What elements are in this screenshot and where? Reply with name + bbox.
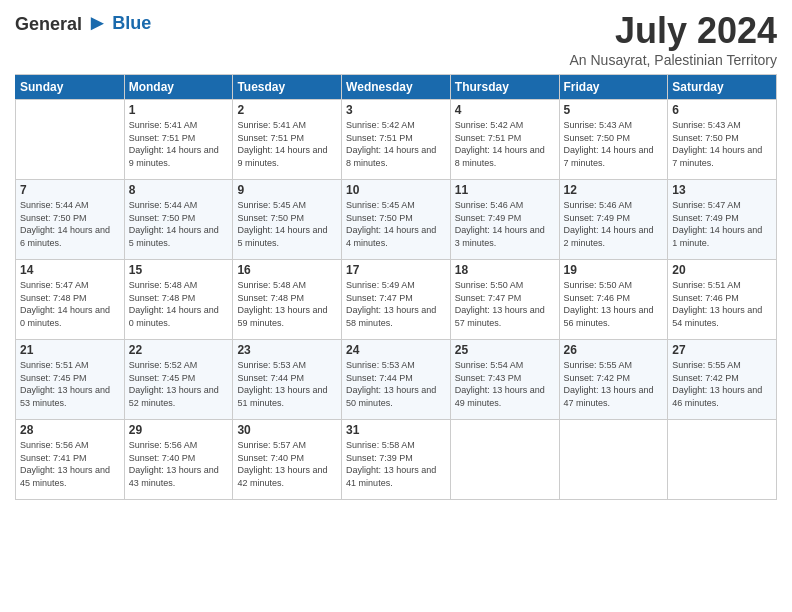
day-info: Sunrise: 5:51 AMSunset: 7:46 PMDaylight:… — [672, 279, 772, 329]
daylight-text-2: 3 minutes. — [455, 237, 555, 250]
daylight-text: Daylight: 14 hours and — [564, 144, 664, 157]
page-container: General ► Blue July 2024 An Nusayrat, Pa… — [0, 0, 792, 510]
day-number: 9 — [237, 183, 337, 197]
day-info: Sunrise: 5:43 AMSunset: 7:50 PMDaylight:… — [672, 119, 772, 169]
calendar-cell: 26Sunrise: 5:55 AMSunset: 7:42 PMDayligh… — [559, 340, 668, 420]
daylight-text: Daylight: 13 hours and — [564, 384, 664, 397]
daylight-text: Daylight: 13 hours and — [20, 464, 120, 477]
day-info: Sunrise: 5:48 AMSunset: 7:48 PMDaylight:… — [129, 279, 229, 329]
calendar-cell: 21Sunrise: 5:51 AMSunset: 7:45 PMDayligh… — [16, 340, 125, 420]
calendar-cell: 8Sunrise: 5:44 AMSunset: 7:50 PMDaylight… — [124, 180, 233, 260]
sunrise-text: Sunrise: 5:55 AM — [672, 359, 772, 372]
sunset-text: Sunset: 7:50 PM — [346, 212, 446, 225]
col-monday: Monday — [124, 75, 233, 100]
logo-general: General — [15, 14, 82, 34]
calendar-cell: 25Sunrise: 5:54 AMSunset: 7:43 PMDayligh… — [450, 340, 559, 420]
day-info: Sunrise: 5:56 AMSunset: 7:40 PMDaylight:… — [129, 439, 229, 489]
daylight-text-2: 41 minutes. — [346, 477, 446, 490]
day-number: 23 — [237, 343, 337, 357]
day-info: Sunrise: 5:45 AMSunset: 7:50 PMDaylight:… — [346, 199, 446, 249]
sunset-text: Sunset: 7:44 PM — [346, 372, 446, 385]
day-number: 10 — [346, 183, 446, 197]
day-number: 18 — [455, 263, 555, 277]
day-number: 25 — [455, 343, 555, 357]
calendar-cell: 7Sunrise: 5:44 AMSunset: 7:50 PMDaylight… — [16, 180, 125, 260]
day-number: 1 — [129, 103, 229, 117]
sunset-text: Sunset: 7:46 PM — [672, 292, 772, 305]
sunrise-text: Sunrise: 5:50 AM — [455, 279, 555, 292]
calendar-week-5: 28Sunrise: 5:56 AMSunset: 7:41 PMDayligh… — [16, 420, 777, 500]
daylight-text-2: 5 minutes. — [129, 237, 229, 250]
day-number: 13 — [672, 183, 772, 197]
sunset-text: Sunset: 7:39 PM — [346, 452, 446, 465]
sunset-text: Sunset: 7:47 PM — [346, 292, 446, 305]
sunset-text: Sunset: 7:51 PM — [455, 132, 555, 145]
day-info: Sunrise: 5:42 AMSunset: 7:51 PMDaylight:… — [346, 119, 446, 169]
day-number: 29 — [129, 423, 229, 437]
day-number: 14 — [20, 263, 120, 277]
daylight-text-2: 53 minutes. — [20, 397, 120, 410]
daylight-text: Daylight: 13 hours and — [20, 384, 120, 397]
day-info: Sunrise: 5:53 AMSunset: 7:44 PMDaylight:… — [237, 359, 337, 409]
calendar-cell: 28Sunrise: 5:56 AMSunset: 7:41 PMDayligh… — [16, 420, 125, 500]
day-info: Sunrise: 5:54 AMSunset: 7:43 PMDaylight:… — [455, 359, 555, 409]
calendar-cell: 9Sunrise: 5:45 AMSunset: 7:50 PMDaylight… — [233, 180, 342, 260]
daylight-text-2: 54 minutes. — [672, 317, 772, 330]
day-number: 12 — [564, 183, 664, 197]
day-number: 17 — [346, 263, 446, 277]
day-number: 24 — [346, 343, 446, 357]
daylight-text: Daylight: 13 hours and — [672, 384, 772, 397]
sunset-text: Sunset: 7:50 PM — [672, 132, 772, 145]
daylight-text-2: 9 minutes. — [237, 157, 337, 170]
day-info: Sunrise: 5:43 AMSunset: 7:50 PMDaylight:… — [564, 119, 664, 169]
sunset-text: Sunset: 7:42 PM — [564, 372, 664, 385]
calendar-cell: 18Sunrise: 5:50 AMSunset: 7:47 PMDayligh… — [450, 260, 559, 340]
header: General ► Blue July 2024 An Nusayrat, Pa… — [15, 10, 777, 68]
daylight-text: Daylight: 13 hours and — [237, 304, 337, 317]
daylight-text-2: 8 minutes. — [346, 157, 446, 170]
sunrise-text: Sunrise: 5:48 AM — [237, 279, 337, 292]
col-saturday: Saturday — [668, 75, 777, 100]
calendar-cell: 12Sunrise: 5:46 AMSunset: 7:49 PMDayligh… — [559, 180, 668, 260]
daylight-text-2: 4 minutes. — [346, 237, 446, 250]
sunrise-text: Sunrise: 5:55 AM — [564, 359, 664, 372]
day-number: 6 — [672, 103, 772, 117]
calendar-cell: 24Sunrise: 5:53 AMSunset: 7:44 PMDayligh… — [342, 340, 451, 420]
daylight-text: Daylight: 14 hours and — [129, 224, 229, 237]
daylight-text: Daylight: 14 hours and — [237, 144, 337, 157]
calendar-cell: 6Sunrise: 5:43 AMSunset: 7:50 PMDaylight… — [668, 100, 777, 180]
day-info: Sunrise: 5:57 AMSunset: 7:40 PMDaylight:… — [237, 439, 337, 489]
day-info: Sunrise: 5:42 AMSunset: 7:51 PMDaylight:… — [455, 119, 555, 169]
day-info: Sunrise: 5:45 AMSunset: 7:50 PMDaylight:… — [237, 199, 337, 249]
daylight-text-2: 47 minutes. — [564, 397, 664, 410]
day-number: 8 — [129, 183, 229, 197]
day-info: Sunrise: 5:55 AMSunset: 7:42 PMDaylight:… — [672, 359, 772, 409]
calendar-cell — [16, 100, 125, 180]
header-row: Sunday Monday Tuesday Wednesday Thursday… — [16, 75, 777, 100]
day-number: 16 — [237, 263, 337, 277]
daylight-text-2: 1 minute. — [672, 237, 772, 250]
calendar-cell: 27Sunrise: 5:55 AMSunset: 7:42 PMDayligh… — [668, 340, 777, 420]
calendar-cell: 30Sunrise: 5:57 AMSunset: 7:40 PMDayligh… — [233, 420, 342, 500]
calendar-cell: 15Sunrise: 5:48 AMSunset: 7:48 PMDayligh… — [124, 260, 233, 340]
sunset-text: Sunset: 7:45 PM — [20, 372, 120, 385]
sunrise-text: Sunrise: 5:52 AM — [129, 359, 229, 372]
daylight-text-2: 51 minutes. — [237, 397, 337, 410]
sunrise-text: Sunrise: 5:45 AM — [346, 199, 446, 212]
sunrise-text: Sunrise: 5:44 AM — [20, 199, 120, 212]
sunrise-text: Sunrise: 5:45 AM — [237, 199, 337, 212]
sunset-text: Sunset: 7:49 PM — [564, 212, 664, 225]
daylight-text: Daylight: 13 hours and — [346, 304, 446, 317]
day-number: 7 — [20, 183, 120, 197]
day-number: 20 — [672, 263, 772, 277]
calendar-cell: 1Sunrise: 5:41 AMSunset: 7:51 PMDaylight… — [124, 100, 233, 180]
sunset-text: Sunset: 7:44 PM — [237, 372, 337, 385]
daylight-text: Daylight: 14 hours and — [346, 144, 446, 157]
title-area: July 2024 An Nusayrat, Palestinian Terri… — [570, 10, 778, 68]
calendar-cell — [450, 420, 559, 500]
sunset-text: Sunset: 7:50 PM — [564, 132, 664, 145]
logo: General ► Blue — [15, 10, 151, 36]
daylight-text: Daylight: 14 hours and — [564, 224, 664, 237]
sunset-text: Sunset: 7:47 PM — [455, 292, 555, 305]
calendar-cell — [559, 420, 668, 500]
